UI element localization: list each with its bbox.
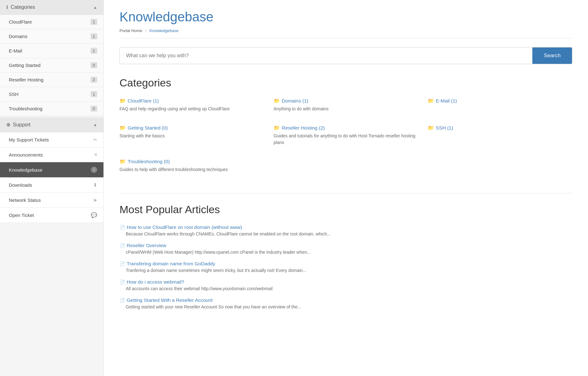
document-icon: 📄 [119, 261, 125, 266]
cat-badge: 2 [91, 77, 97, 83]
sidebar-cat-domains[interactable]: Domains 1 [0, 29, 103, 44]
sidebar-cat-getting-started[interactable]: Getting Started 0 [0, 58, 103, 73]
chevron-up-icon-2: ▲ [93, 122, 97, 127]
article-desc: Tranfering a domain name sometimes might… [119, 268, 572, 273]
document-icon: 📄 [119, 243, 125, 248]
category-link-cloudflare[interactable]: 📁 CloudFlare (1) [119, 98, 264, 104]
nav-label: Open Ticket [9, 213, 34, 218]
sidebar-cat-email[interactable]: E-Mail 1 [0, 44, 103, 58]
sidebar-item-my-support-tickets[interactable]: My Support Tickets ✂ [0, 132, 103, 147]
category-card-reseller: 📁 Reseller Hosting (2) Guides and tutori… [274, 125, 418, 151]
globe-icon: ⊕ [6, 122, 10, 128]
breadcrumb-home[interactable]: Portal Home [119, 28, 142, 33]
article-link-reseller-overview[interactable]: 📄 Reseller Overview [119, 243, 572, 248]
nav-label: Announcements [9, 152, 43, 158]
sidebar-cat-troubleshooting[interactable]: Troubleshooting 0 [0, 102, 103, 116]
cat-label: Troubleshooting [9, 106, 42, 111]
categories-list: CloudFlare 1 Domains 1 E-Mail 1 Getting … [0, 15, 103, 116]
categories-section-header[interactable]: ℹ Categories ▲ [0, 0, 103, 15]
article-desc: Because CloudFlare works through CNAMEs,… [119, 231, 572, 236]
cat-badge: 0 [91, 62, 97, 68]
article-desc: Getting started with your new Reseller A… [119, 304, 572, 309]
article-item-cloudflare: 📄 How to use CloudFlare on root domain (… [119, 224, 572, 236]
popular-articles-title: Most Popular Articles [119, 203, 572, 216]
document-icon: 📄 [119, 298, 125, 303]
cat-label: SSH [9, 91, 19, 97]
sidebar-item-knowledgebase[interactable]: Knowledgebase i [0, 162, 103, 178]
info-icon: ℹ [6, 4, 8, 10]
chevron-up-icon: ▲ [93, 5, 97, 10]
category-link-reseller[interactable]: 📁 Reseller Hosting (2) [274, 125, 418, 131]
nav-label: Knowledgebase [9, 167, 42, 173]
ticket-icon: ✂ [93, 137, 97, 143]
cat-label: CloudFlare [9, 19, 32, 25]
sidebar-item-network-status[interactable]: Network Status ➤ [0, 193, 103, 208]
category-desc-reseller: Guides and tutorials for anything to do … [274, 133, 418, 146]
folder-icon: 📁 [428, 125, 434, 131]
cat-label: E-Mail [9, 48, 22, 53]
categories-grid: 📁 CloudFlare (1) FAQ and help regarding … [119, 98, 572, 178]
list-icon: ≡ [94, 152, 97, 158]
folder-icon: 📁 [119, 125, 126, 131]
article-item-reseller-overview: 📄 Reseller Overview cPanel/WHM (Web Host… [119, 243, 572, 255]
cat-badge: 1 [91, 19, 97, 25]
search-bar: Search [119, 47, 572, 64]
category-card-email: 📁 E-Mail (1) [428, 98, 572, 117]
cat-badge: 1 [91, 91, 97, 97]
category-desc-domains: Anything to do with domains [274, 106, 418, 112]
article-desc: cPanel/WHM (Web Host Manager) http://www… [119, 250, 572, 255]
download-icon: ⬇ [93, 182, 97, 188]
cat-badge: 1 [91, 33, 97, 39]
sidebar-item-announcements[interactable]: Announcements ≡ [0, 147, 103, 162]
category-link-troubleshooting[interactable]: 📁 Troubleshooting (0) [119, 158, 264, 164]
sidebar-item-downloads[interactable]: Downloads ⬇ [0, 178, 103, 193]
sidebar-item-open-ticket[interactable]: Open Ticket 💬 [0, 208, 103, 223]
breadcrumb-separator: / [145, 28, 147, 33]
folder-icon: 📁 [274, 98, 280, 104]
page-title: Knowledgebase [119, 9, 572, 25]
support-header-label: Support [13, 122, 31, 128]
nav-label: My Support Tickets [9, 137, 49, 142]
category-link-ssh[interactable]: 📁 SSH (1) [428, 125, 572, 131]
breadcrumb: Portal Home / Knowledgebase [119, 28, 572, 38]
sidebar-cat-reseller[interactable]: Reseller Hosting 2 [0, 73, 103, 87]
category-link-email[interactable]: 📁 E-Mail (1) [428, 98, 572, 104]
divider [119, 193, 572, 193]
category-desc-cloudflare: FAQ and help regarding using and setting… [119, 106, 264, 112]
folder-icon: 📁 [274, 125, 280, 131]
category-desc-getting-started: Starting with the basics [119, 133, 264, 139]
comment-icon: 💬 [91, 212, 97, 218]
article-item-transfering-domain: 📄 Transfering domain name from GoDaddy T… [119, 261, 572, 273]
cat-label: Domains [9, 34, 27, 39]
folder-icon: 📁 [119, 158, 126, 164]
support-section-header[interactable]: ⊕ Support ▲ [0, 117, 103, 132]
document-icon: 📄 [119, 279, 125, 285]
categories-section-title: Categories [119, 77, 572, 89]
nav-label: Network Status [9, 197, 41, 203]
main-content: Knowledgebase Portal Home / Knowledgebas… [104, 0, 588, 376]
sidebar-cat-cloudflare[interactable]: CloudFlare 1 [0, 15, 103, 29]
category-card-getting-started: 📁 Getting Started (0) Starting with the … [119, 125, 264, 151]
cat-badge: 1 [91, 48, 97, 54]
category-card-ssh: 📁 SSH (1) [428, 125, 572, 151]
category-desc-troubleshooting: Guides to help with different troublesho… [119, 166, 264, 173]
sidebar-cat-ssh[interactable]: SSH 1 [0, 87, 103, 102]
category-link-domains[interactable]: 📁 Domains (1) [274, 98, 418, 104]
category-card-cloudflare: 📁 CloudFlare (1) FAQ and help regarding … [119, 98, 264, 117]
info-circle-icon: i [91, 167, 97, 173]
category-link-getting-started[interactable]: 📁 Getting Started (0) [119, 125, 264, 131]
search-input[interactable] [120, 47, 532, 64]
nav-label: Downloads [9, 182, 32, 188]
article-link-webmail[interactable]: 📄 How do i access webmail? [119, 279, 572, 285]
article-link-transfering-domain[interactable]: 📄 Transfering domain name from GoDaddy [119, 261, 572, 267]
category-card-domains: 📁 Domains (1) Anything to do with domain… [274, 98, 418, 117]
document-icon: 📄 [119, 225, 125, 230]
cat-label: Getting Started [9, 63, 41, 68]
folder-icon: 📁 [428, 98, 434, 104]
article-link-reseller-started[interactable]: 📄 Getting Started With a Reseller Accoun… [119, 297, 572, 303]
article-item-webmail: 📄 How do i access webmail? All accounts … [119, 279, 572, 291]
signal-icon: ➤ [93, 197, 97, 203]
search-button[interactable]: Search [532, 47, 572, 64]
breadcrumb-current: Knowledgebase [149, 28, 179, 33]
article-link-cloudflare[interactable]: 📄 How to use CloudFlare on root domain (… [119, 224, 572, 230]
